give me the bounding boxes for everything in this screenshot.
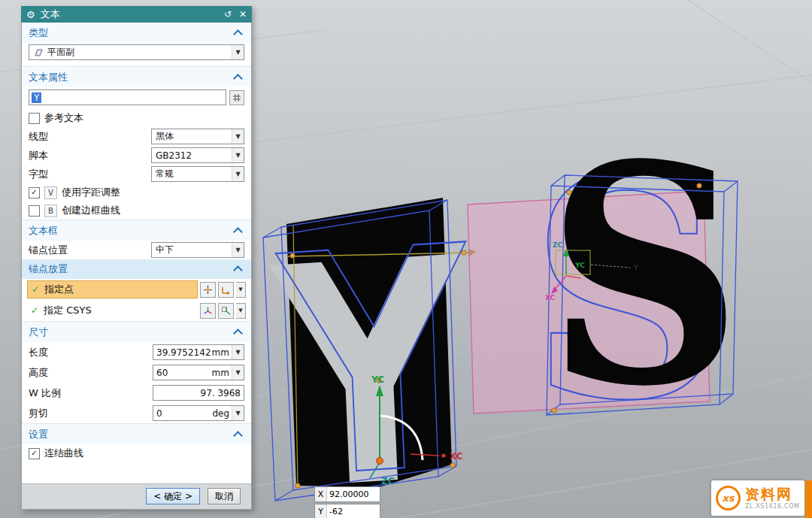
border-curves-checkbox[interactable] [29, 205, 40, 217]
kerning-icon: V [44, 186, 57, 199]
point-constructor-icon [221, 285, 231, 295]
collapse-chevron-icon[interactable] [233, 265, 243, 275]
application-window: Y Y S S [0, 0, 812, 518]
x-coordinate-input[interactable]: 92.00000 [327, 487, 380, 501]
shear-value: 0 [156, 408, 212, 419]
dialog-titlebar[interactable]: ⚙ 文本 ↺ ✕ [21, 6, 252, 23]
section-type-header[interactable]: 类型 [22, 23, 251, 43]
border-curves-label: 创建边框曲线 [62, 204, 120, 217]
font-label: 线型 [29, 130, 48, 144]
point-icon [203, 285, 213, 295]
collapse-chevron-icon[interactable] [233, 329, 243, 338]
length-label: 长度 [29, 346, 48, 359]
section-settings-header[interactable]: 设置 [22, 423, 251, 444]
planar-icon [33, 48, 44, 57]
height-input[interactable]: 60 mm ▼ [153, 365, 244, 380]
csys-options-dropdown[interactable]: ▼ [236, 303, 246, 319]
specify-point-label: 指定点 [44, 283, 74, 296]
anchor-location-label: 锚点位置 [29, 244, 68, 257]
wscale-value: 97. 3968 [156, 388, 244, 398]
height-value: 60 [156, 368, 212, 378]
dropdown-arrow-icon[interactable]: ▼ [232, 45, 244, 59]
csys-constructor-icon [221, 306, 231, 316]
x-coordinate-label: X [315, 487, 327, 501]
dropdown-arrow-icon[interactable]: ▼ [232, 129, 244, 144]
dropdown-arrow-icon[interactable]: ▼ [232, 148, 244, 162]
length-unit: mm [212, 347, 229, 358]
dialog-body: 类型 平面副 ▼ 文本属性 Y [21, 23, 252, 510]
shear-unit: deg [212, 408, 229, 419]
collapse-chevron-icon[interactable] [233, 227, 243, 237]
kerning-checkbox[interactable]: ✓ [29, 187, 40, 198]
csys-icon [203, 306, 213, 316]
collapse-chevron-icon[interactable] [233, 74, 243, 83]
section-text-props-header[interactable]: 文本属性 [22, 66, 251, 87]
section-text-props-label: 文本属性 [29, 71, 68, 84]
xc-axis-label: XC [450, 451, 463, 462]
y-coordinate-label: Y [315, 504, 327, 518]
unit-dropdown-icon[interactable]: ▼ [232, 406, 244, 420]
csys-constructor-button[interactable] [218, 303, 234, 319]
type-dropdown[interactable]: 平面副 ▼ [29, 44, 244, 60]
dialog-spacer [22, 462, 251, 483]
script-dropdown[interactable]: GB2312 ▼ [151, 147, 244, 163]
origin-handle[interactable] [377, 458, 383, 465]
kerning-label: 使用字距调整 [62, 186, 120, 199]
section-settings-label: 设置 [29, 428, 48, 441]
section-frame-label: 文本框 [29, 224, 58, 238]
csys-dialog-button[interactable] [200, 303, 216, 319]
specify-csys-row[interactable]: ✓ 指定 CSYS [27, 301, 198, 320]
yc-axis-label: YC [371, 374, 384, 385]
unit-dropdown-icon[interactable]: ▼ [232, 365, 244, 380]
check-icon: ✓ [31, 305, 38, 316]
grid-icon [232, 93, 241, 102]
shear-input[interactable]: 0 deg ▼ [153, 405, 244, 421]
cancel-button[interactable]: 取消 [208, 488, 241, 504]
point-dialog-button[interactable] [200, 282, 216, 298]
watermark-site: ZL.XS1616.COM [745, 503, 800, 510]
mini-yc-label: YC [574, 262, 585, 269]
gear-icon: ⚙ [26, 9, 35, 20]
height-unit: mm [212, 368, 229, 378]
anchor-placement-header[interactable]: 锚点放置 [22, 259, 251, 279]
point-constructor-button[interactable] [218, 282, 234, 298]
unit-dropdown-icon[interactable]: ▼ [232, 345, 244, 359]
style-dropdown[interactable]: 常规 ▼ [151, 166, 244, 182]
dialog-title: 文本 [41, 8, 60, 21]
watermark: xs 资料网 ZL.XS1616.COM [711, 480, 804, 516]
mini-zc-label: ZC [553, 241, 563, 249]
ok-button[interactable]: < 确定 > [146, 488, 200, 504]
style-value: 常规 [156, 168, 174, 180]
plane-y-label: Y [633, 264, 639, 272]
letter-y-wireframe[interactable]: Y [263, 181, 479, 518]
collapse-chevron-icon[interactable] [233, 29, 243, 39]
reference-text-checkbox[interactable] [29, 113, 40, 124]
zc-axis-label: ZC [381, 476, 395, 486]
dropdown-arrow-icon[interactable]: ▼ [232, 243, 244, 257]
font-dropdown[interactable]: 黑体 ▼ [151, 129, 244, 144]
watermark-accent-bar [805, 480, 812, 518]
wscale-input[interactable]: 97. 3968 [153, 385, 244, 401]
length-input[interactable]: 39.9752142 mm ▼ [153, 344, 244, 360]
point-options-dropdown[interactable]: ▼ [236, 282, 246, 298]
script-label: 脚本 [29, 149, 48, 162]
specify-csys-label: 指定 CSYS [44, 304, 92, 317]
anchor-location-dropdown[interactable]: 中下 ▼ [151, 242, 244, 258]
text-symbols-button[interactable] [229, 90, 244, 105]
reset-icon[interactable]: ↺ [224, 9, 232, 20]
dropdown-arrow-icon[interactable]: ▼ [232, 167, 244, 181]
specify-point-row[interactable]: ✓ 指定点 [27, 280, 198, 298]
y-coordinate-input[interactable]: -62 [327, 504, 380, 518]
font-value: 黑体 [156, 130, 174, 143]
collapse-chevron-icon[interactable] [233, 431, 243, 441]
section-size-header[interactable]: 尺寸 [22, 321, 251, 342]
reference-text-label: 参考文本 [44, 111, 83, 125]
script-value: GB2312 [156, 150, 192, 161]
join-curves-checkbox[interactable]: ✓ [29, 448, 40, 459]
section-frame-header[interactable]: 文本框 [22, 220, 251, 241]
style-label: 字型 [29, 168, 48, 181]
section-type-label: 类型 [29, 26, 48, 40]
watermark-brand: 资料网 [745, 486, 800, 503]
text-string-input[interactable]: Y [29, 89, 226, 105]
close-icon[interactable]: ✕ [239, 9, 247, 20]
